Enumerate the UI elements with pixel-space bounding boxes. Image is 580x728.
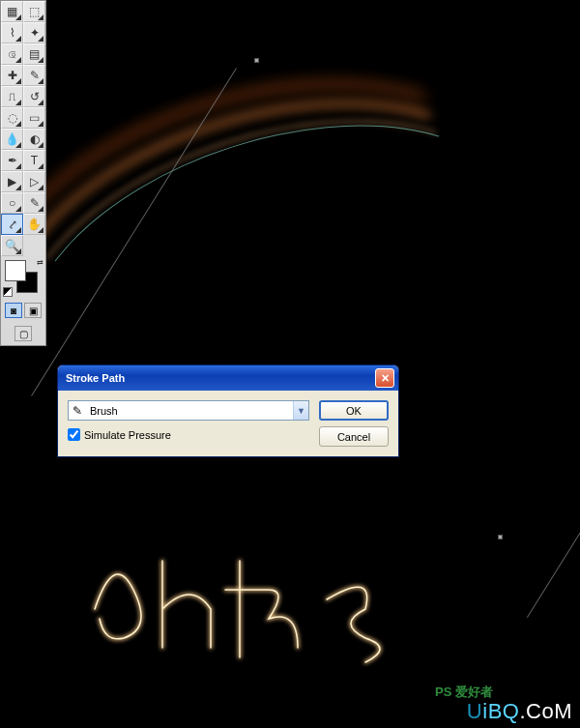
hand-tool[interactable]: ✋ — [23, 214, 45, 235]
path-handle-line — [527, 388, 580, 618]
standard-mode-button[interactable]: ◙ — [5, 303, 22, 318]
history-brush-tool[interactable]: ↺ — [23, 86, 45, 107]
light-painting-text — [75, 512, 481, 690]
close-button[interactable]: ✕ — [375, 368, 394, 388]
quickmask-mode-button[interactable]: ▣ — [24, 303, 42, 318]
notes-tool[interactable]: ✎ — [23, 192, 45, 214]
simulate-pressure-label: Simulate Pressure — [84, 429, 171, 441]
chevron-down-icon: ▼ — [293, 401, 308, 420]
default-colors-icon[interactable] — [3, 287, 13, 297]
tool-dropdown-label: Brush — [86, 405, 293, 417]
gradient-tool[interactable]: ▭ — [23, 107, 45, 129]
zoom-tool[interactable]: 🔍 — [1, 235, 23, 256]
simulate-pressure-row[interactable]: Simulate Pressure — [68, 428, 309, 441]
tool-dropdown[interactable]: ✎ Brush ▼ — [68, 400, 309, 421]
blur-tool[interactable]: 💧 — [1, 129, 23, 150]
path-anchor[interactable] — [254, 58, 259, 63]
shape-tool[interactable]: ○ — [1, 192, 23, 214]
brush-icon: ✎ — [69, 404, 86, 418]
screen-mode-button[interactable]: ▢ — [14, 326, 32, 341]
dodge-tool[interactable]: ◐ — [23, 129, 45, 150]
dialog-title: Stroke Path — [66, 372, 375, 384]
lasso-tool[interactable]: ⌇ — [1, 22, 23, 44]
stroke-path-dialog: Stroke Path ✕ ✎ Brush ▼ Simulate Pressur… — [57, 364, 399, 457]
stamp-tool[interactable]: ⎍ — [1, 86, 23, 107]
direct-select-tool[interactable]: ▷ — [23, 171, 45, 192]
cancel-button[interactable]: Cancel — [319, 426, 389, 447]
pen-tool[interactable]: ✒ — [1, 150, 23, 171]
heal-tool[interactable]: ✚ — [1, 65, 23, 86]
close-icon: ✕ — [381, 372, 390, 385]
path-anchor[interactable] — [498, 535, 503, 539]
toolbox: ▦⬚⌇✦⟃▤✚✎⎍↺◌▭💧◐✒T▶▷○✎⤤✋🔍 ⇄ ◙ ▣ ▢ — [0, 0, 46, 346]
simulate-pressure-checkbox[interactable] — [68, 428, 80, 441]
type-tool[interactable]: T — [23, 150, 45, 171]
swap-colors-icon[interactable]: ⇄ — [37, 258, 44, 267]
brush-tool[interactable]: ✎ — [23, 65, 45, 86]
move-tool[interactable]: ▦ — [1, 1, 23, 22]
slice-tool[interactable]: ▤ — [23, 44, 45, 65]
crop-tool[interactable]: ⟃ — [1, 44, 23, 65]
site-watermark: UiBQ.CoM — [467, 699, 572, 724]
dialog-titlebar[interactable]: Stroke Path ✕ — [58, 365, 398, 391]
ok-button[interactable]: OK — [319, 400, 389, 421]
color-swatches[interactable]: ⇄ — [1, 256, 45, 299]
foreground-color[interactable] — [5, 260, 26, 281]
path-select-tool[interactable]: ▶ — [1, 171, 23, 192]
eyedropper-tool[interactable]: ⤤ — [1, 214, 23, 235]
eraser-tool[interactable]: ◌ — [1, 107, 23, 129]
wand-tool[interactable]: ✦ — [23, 22, 45, 44]
marquee-tool[interactable]: ⬚ — [23, 1, 45, 22]
